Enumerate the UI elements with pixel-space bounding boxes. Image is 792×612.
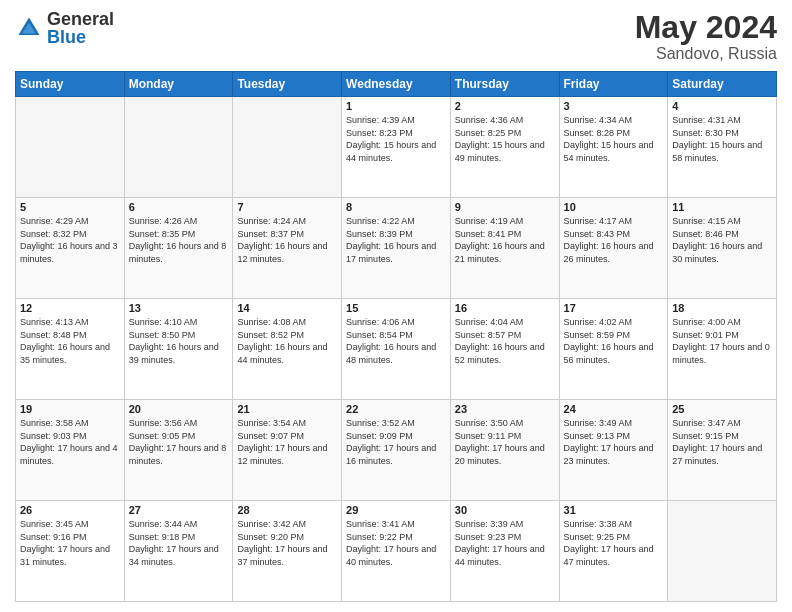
day-number: 22 [346, 403, 446, 415]
table-row: 13Sunrise: 4:10 AMSunset: 8:50 PMDayligh… [124, 299, 233, 400]
logo-blue: Blue [47, 27, 86, 47]
day-number: 7 [237, 201, 337, 213]
table-row: 7Sunrise: 4:24 AMSunset: 8:37 PMDaylight… [233, 198, 342, 299]
day-info: Sunrise: 3:56 AMSunset: 9:05 PMDaylight:… [129, 417, 229, 467]
day-number: 31 [564, 504, 664, 516]
day-info: Sunrise: 4:02 AMSunset: 8:59 PMDaylight:… [564, 316, 664, 366]
logo-icon [15, 14, 43, 42]
table-row: 11Sunrise: 4:15 AMSunset: 8:46 PMDayligh… [668, 198, 777, 299]
table-row [668, 501, 777, 602]
logo-text: General Blue [47, 10, 114, 46]
day-number: 3 [564, 100, 664, 112]
day-info: Sunrise: 4:26 AMSunset: 8:35 PMDaylight:… [129, 215, 229, 265]
day-info: Sunrise: 4:08 AMSunset: 8:52 PMDaylight:… [237, 316, 337, 366]
day-number: 17 [564, 302, 664, 314]
day-info: Sunrise: 4:24 AMSunset: 8:37 PMDaylight:… [237, 215, 337, 265]
day-info: Sunrise: 3:47 AMSunset: 9:15 PMDaylight:… [672, 417, 772, 467]
table-row: 18Sunrise: 4:00 AMSunset: 9:01 PMDayligh… [668, 299, 777, 400]
table-row: 16Sunrise: 4:04 AMSunset: 8:57 PMDayligh… [450, 299, 559, 400]
day-number: 2 [455, 100, 555, 112]
day-number: 8 [346, 201, 446, 213]
table-row: 24Sunrise: 3:49 AMSunset: 9:13 PMDayligh… [559, 400, 668, 501]
day-number: 10 [564, 201, 664, 213]
day-info: Sunrise: 3:39 AMSunset: 9:23 PMDaylight:… [455, 518, 555, 568]
calendar-table: Sunday Monday Tuesday Wednesday Thursday… [15, 71, 777, 602]
day-number: 1 [346, 100, 446, 112]
table-row: 20Sunrise: 3:56 AMSunset: 9:05 PMDayligh… [124, 400, 233, 501]
table-row [233, 97, 342, 198]
day-number: 19 [20, 403, 120, 415]
table-row: 21Sunrise: 3:54 AMSunset: 9:07 PMDayligh… [233, 400, 342, 501]
table-row: 30Sunrise: 3:39 AMSunset: 9:23 PMDayligh… [450, 501, 559, 602]
table-row: 9Sunrise: 4:19 AMSunset: 8:41 PMDaylight… [450, 198, 559, 299]
page: General Blue May 2024 Sandovo, Russia Su… [0, 0, 792, 612]
day-info: Sunrise: 4:17 AMSunset: 8:43 PMDaylight:… [564, 215, 664, 265]
table-row: 10Sunrise: 4:17 AMSunset: 8:43 PMDayligh… [559, 198, 668, 299]
day-info: Sunrise: 3:49 AMSunset: 9:13 PMDaylight:… [564, 417, 664, 467]
calendar-header-row: Sunday Monday Tuesday Wednesday Thursday… [16, 72, 777, 97]
day-info: Sunrise: 3:45 AMSunset: 9:16 PMDaylight:… [20, 518, 120, 568]
day-info: Sunrise: 4:36 AMSunset: 8:25 PMDaylight:… [455, 114, 555, 164]
table-row: 8Sunrise: 4:22 AMSunset: 8:39 PMDaylight… [342, 198, 451, 299]
header: General Blue May 2024 Sandovo, Russia [15, 10, 777, 63]
col-wednesday: Wednesday [342, 72, 451, 97]
col-saturday: Saturday [668, 72, 777, 97]
day-number: 9 [455, 201, 555, 213]
table-row: 15Sunrise: 4:06 AMSunset: 8:54 PMDayligh… [342, 299, 451, 400]
table-row [16, 97, 125, 198]
day-number: 18 [672, 302, 772, 314]
day-number: 11 [672, 201, 772, 213]
table-row: 1Sunrise: 4:39 AMSunset: 8:23 PMDaylight… [342, 97, 451, 198]
day-number: 6 [129, 201, 229, 213]
table-row: 14Sunrise: 4:08 AMSunset: 8:52 PMDayligh… [233, 299, 342, 400]
day-number: 12 [20, 302, 120, 314]
col-thursday: Thursday [450, 72, 559, 97]
table-row: 28Sunrise: 3:42 AMSunset: 9:20 PMDayligh… [233, 501, 342, 602]
day-info: Sunrise: 3:50 AMSunset: 9:11 PMDaylight:… [455, 417, 555, 467]
day-info: Sunrise: 3:54 AMSunset: 9:07 PMDaylight:… [237, 417, 337, 467]
logo: General Blue [15, 10, 114, 46]
day-number: 13 [129, 302, 229, 314]
table-row: 5Sunrise: 4:29 AMSunset: 8:32 PMDaylight… [16, 198, 125, 299]
day-number: 28 [237, 504, 337, 516]
table-row: 23Sunrise: 3:50 AMSunset: 9:11 PMDayligh… [450, 400, 559, 501]
day-info: Sunrise: 4:13 AMSunset: 8:48 PMDaylight:… [20, 316, 120, 366]
table-row: 26Sunrise: 3:45 AMSunset: 9:16 PMDayligh… [16, 501, 125, 602]
day-number: 29 [346, 504, 446, 516]
day-info: Sunrise: 4:34 AMSunset: 8:28 PMDaylight:… [564, 114, 664, 164]
day-info: Sunrise: 4:39 AMSunset: 8:23 PMDaylight:… [346, 114, 446, 164]
day-number: 21 [237, 403, 337, 415]
table-row: 2Sunrise: 4:36 AMSunset: 8:25 PMDaylight… [450, 97, 559, 198]
calendar-week-row: 1Sunrise: 4:39 AMSunset: 8:23 PMDaylight… [16, 97, 777, 198]
table-row: 22Sunrise: 3:52 AMSunset: 9:09 PMDayligh… [342, 400, 451, 501]
day-number: 14 [237, 302, 337, 314]
col-friday: Friday [559, 72, 668, 97]
title-location: Sandovo, Russia [635, 45, 777, 63]
title-month: May 2024 [635, 10, 777, 45]
calendar-week-row: 26Sunrise: 3:45 AMSunset: 9:16 PMDayligh… [16, 501, 777, 602]
logo-general: General [47, 9, 114, 29]
day-info: Sunrise: 3:44 AMSunset: 9:18 PMDaylight:… [129, 518, 229, 568]
day-number: 26 [20, 504, 120, 516]
table-row: 19Sunrise: 3:58 AMSunset: 9:03 PMDayligh… [16, 400, 125, 501]
day-number: 24 [564, 403, 664, 415]
calendar-week-row: 12Sunrise: 4:13 AMSunset: 8:48 PMDayligh… [16, 299, 777, 400]
day-info: Sunrise: 4:19 AMSunset: 8:41 PMDaylight:… [455, 215, 555, 265]
day-number: 20 [129, 403, 229, 415]
table-row: 3Sunrise: 4:34 AMSunset: 8:28 PMDaylight… [559, 97, 668, 198]
table-row [124, 97, 233, 198]
table-row: 31Sunrise: 3:38 AMSunset: 9:25 PMDayligh… [559, 501, 668, 602]
calendar-week-row: 19Sunrise: 3:58 AMSunset: 9:03 PMDayligh… [16, 400, 777, 501]
col-tuesday: Tuesday [233, 72, 342, 97]
table-row: 6Sunrise: 4:26 AMSunset: 8:35 PMDaylight… [124, 198, 233, 299]
day-info: Sunrise: 3:58 AMSunset: 9:03 PMDaylight:… [20, 417, 120, 467]
day-number: 16 [455, 302, 555, 314]
day-info: Sunrise: 3:41 AMSunset: 9:22 PMDaylight:… [346, 518, 446, 568]
day-info: Sunrise: 4:29 AMSunset: 8:32 PMDaylight:… [20, 215, 120, 265]
day-number: 15 [346, 302, 446, 314]
day-info: Sunrise: 4:22 AMSunset: 8:39 PMDaylight:… [346, 215, 446, 265]
day-info: Sunrise: 4:31 AMSunset: 8:30 PMDaylight:… [672, 114, 772, 164]
day-info: Sunrise: 4:04 AMSunset: 8:57 PMDaylight:… [455, 316, 555, 366]
day-info: Sunrise: 3:38 AMSunset: 9:25 PMDaylight:… [564, 518, 664, 568]
day-info: Sunrise: 4:06 AMSunset: 8:54 PMDaylight:… [346, 316, 446, 366]
